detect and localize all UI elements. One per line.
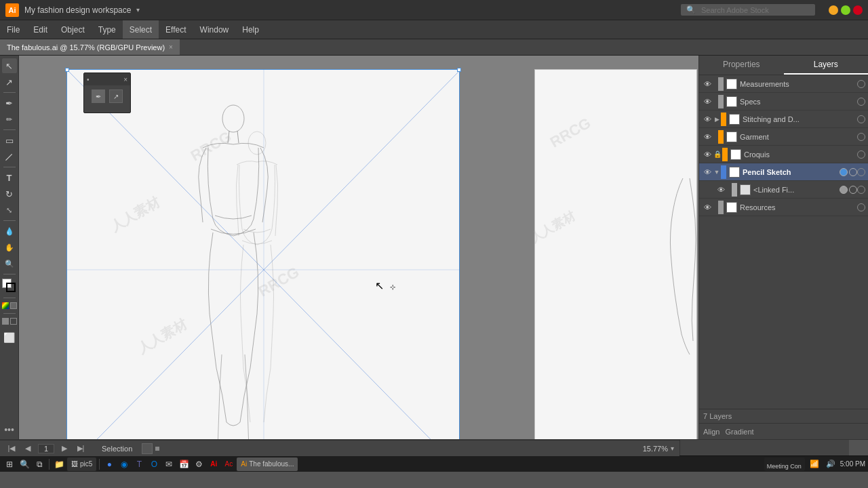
panel-brush-tool[interactable]: ✒ <box>92 89 105 103</box>
nav-next-button[interactable]: ▶ <box>58 443 71 455</box>
meeting-con-button[interactable]: Meeting Con <box>764 458 805 471</box>
search-taskbar[interactable]: 🔍 <box>18 458 31 471</box>
linked-icon-2[interactable] <box>849 186 857 194</box>
scale-tool[interactable]: ⤡ <box>2 203 17 218</box>
eye-resources[interactable]: 👁 <box>702 202 713 213</box>
menu-file[interactable]: File <box>0 20 26 39</box>
volume-icon[interactable]: 🔊 <box>824 458 837 471</box>
tab-layers[interactable]: Layers <box>784 56 869 75</box>
art-board-button[interactable]: ⬜ <box>2 330 17 345</box>
eye-garment[interactable]: 👁 <box>702 131 713 142</box>
nav-prev-button[interactable]: ◀ <box>22 443 34 455</box>
eyedropper-tool[interactable]: 💧 <box>2 224 17 239</box>
menu-type[interactable]: Type <box>92 20 123 39</box>
mode-toggle-2[interactable] <box>155 447 159 451</box>
extra-icon-2[interactable] <box>849 168 857 176</box>
lock-croquis[interactable]: 🔒 <box>713 150 722 159</box>
pencil-tool[interactable]: ✏ <box>2 112 17 127</box>
layer-garment[interactable]: 👁 Garment <box>699 128 868 146</box>
mode-toggle-1[interactable] <box>142 443 153 454</box>
tool-separator-7 <box>3 313 16 314</box>
edge-icon[interactable]: ◉ <box>117 458 131 471</box>
menu-object[interactable]: Object <box>54 20 92 39</box>
eye-specs[interactable]: 👁 <box>702 96 713 107</box>
pen-tool[interactable]: ✒ <box>2 96 17 110</box>
eye-croquis[interactable]: 👁 <box>702 149 713 160</box>
search-input[interactable] <box>701 6 810 14</box>
close-button[interactable] <box>853 5 863 15</box>
menu-effect[interactable]: Effect <box>159 20 193 39</box>
stroke-color[interactable] <box>6 283 16 292</box>
expand-stitching[interactable]: ▶ <box>713 115 721 123</box>
active-doc-button[interactable]: Ai The fabulous... <box>237 458 298 471</box>
menu-select[interactable]: Select <box>123 20 159 39</box>
gradient-color-button[interactable] <box>2 302 9 309</box>
layer-circle-resources[interactable] <box>857 203 865 211</box>
eye-linked[interactable]: 👁 <box>715 184 726 195</box>
layer-circle-garment[interactable] <box>857 133 865 141</box>
settings-icon[interactable]: ⚙ <box>192 458 205 471</box>
minimize-button[interactable] <box>829 5 838 15</box>
normal-view-button[interactable] <box>2 318 9 325</box>
eye-pencil-sketch[interactable]: 👁 <box>702 167 713 178</box>
hand-tool[interactable]: ✋ <box>2 240 17 255</box>
tab-properties[interactable]: Properties <box>699 56 784 75</box>
text-tool[interactable]: T <box>2 170 17 185</box>
menu-edit[interactable]: Edit <box>26 20 54 39</box>
adobe-icon[interactable]: Ai <box>207 458 220 471</box>
rectangle-tool[interactable]: ▭ <box>2 133 17 148</box>
teams-icon[interactable]: T <box>132 458 146 471</box>
expand-pencil-sketch[interactable]: ▼ <box>713 168 721 176</box>
pics-button[interactable]: 🖼 pic5 <box>67 458 96 471</box>
zoom-dropdown[interactable]: ▾ <box>671 445 674 452</box>
layer-circle-croquis[interactable] <box>857 150 865 159</box>
linked-icon-1[interactable] <box>840 186 848 194</box>
panel-selection-tool[interactable]: ↗ <box>109 89 123 103</box>
line-tool[interactable]: | <box>0 146 19 167</box>
selection-tool[interactable]: ↖ <box>2 58 17 73</box>
layer-circle-specs[interactable] <box>857 98 865 106</box>
extra-icon-1[interactable] <box>840 168 848 176</box>
layer-circle-pencil-sketch[interactable] <box>857 168 865 176</box>
zoom-tool[interactable]: 🔍 <box>2 256 17 271</box>
doc-tab-main[interactable]: The fabulous.ai @ 15.77% (RGB/GPU Previe… <box>0 39 180 55</box>
outlook-icon[interactable]: O <box>147 458 161 471</box>
direct-selection-tool[interactable]: ↗ <box>2 75 17 89</box>
menu-window[interactable]: Window <box>193 20 236 39</box>
eye-measurements[interactable]: 👁 <box>702 79 713 89</box>
task-view-button[interactable]: ⧉ <box>33 458 46 471</box>
acrobat-icon[interactable]: Ac <box>222 458 235 471</box>
maximize-button[interactable] <box>841 5 850 15</box>
layer-linked-file[interactable]: 👁 <Linked Fi... <box>699 181 868 199</box>
layer-circle-linked[interactable] <box>857 186 865 194</box>
layer-stitching[interactable]: 👁 ▶ Stitching and D... <box>699 110 868 128</box>
nav-last-button[interactable]: ▶| <box>75 443 87 455</box>
more-tools-button[interactable]: ••• <box>4 424 14 435</box>
none-color-button[interactable] <box>10 302 17 309</box>
stroke-color-box[interactable] <box>2 279 17 293</box>
small-panel-close[interactable]: × <box>123 76 127 83</box>
page-number-input[interactable]: 1 <box>38 444 54 453</box>
eye-stitching[interactable]: 👁 <box>702 114 713 125</box>
explorer-icon[interactable]: 📁 <box>52 458 66 471</box>
layer-specs[interactable]: 👁 Specs <box>699 93 868 110</box>
align-label[interactable]: Align <box>703 428 719 436</box>
network-icon[interactable]: 📶 <box>808 458 821 471</box>
layer-croquis[interactable]: 👁 🔒 Croquis <box>699 146 868 163</box>
nav-first-button[interactable]: |◀ <box>5 443 18 455</box>
outline-view-button[interactable] <box>10 318 17 325</box>
gradient-label[interactable]: Gradient <box>725 428 753 436</box>
layer-resources[interactable]: 👁 Resources <box>699 199 868 216</box>
mail-icon[interactable]: ✉ <box>162 458 176 471</box>
layer-circle-measurements[interactable] <box>857 80 865 88</box>
layer-measurements[interactable]: 👁 Measurements <box>699 75 868 93</box>
calendar-icon[interactable]: 📅 <box>177 458 191 471</box>
rotate-tool[interactable]: ↻ <box>2 186 17 201</box>
layer-circle-stitching[interactable] <box>857 115 865 123</box>
canvas-area[interactable]: RRCG 人人素材 RRCG 人人素材 RRCG 人人素材 <box>19 56 698 439</box>
start-button[interactable]: ⊞ <box>3 458 16 471</box>
layer-pencil-sketch[interactable]: 👁 ▼ Pencil Sketch <box>699 163 868 181</box>
close-tab-button[interactable]: × <box>169 43 173 51</box>
chrome-icon[interactable]: ● <box>102 458 116 471</box>
menu-help[interactable]: Help <box>235 20 266 39</box>
